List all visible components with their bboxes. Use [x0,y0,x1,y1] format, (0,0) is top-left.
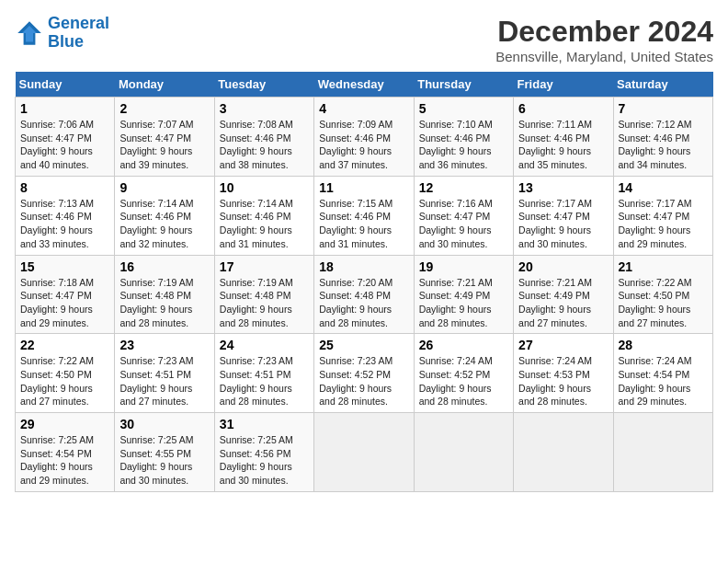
logo-line1: General [48,14,109,32]
calendar-row: 22Sunrise: 7:22 AMSunset: 4:50 PMDayligh… [16,334,713,413]
day-info: Sunrise: 7:19 AMSunset: 4:48 PMDaylight:… [119,276,209,330]
day-info: Sunrise: 7:17 AMSunset: 4:47 PMDaylight:… [619,197,708,251]
calendar-cell: 12Sunrise: 7:16 AMSunset: 4:47 PMDayligh… [414,176,513,255]
weekday-header-saturday: Saturday [613,72,712,98]
calendar-row: 1Sunrise: 7:06 AMSunset: 4:47 PMDaylight… [16,98,713,177]
calendar-cell: 7Sunrise: 7:12 AMSunset: 4:46 PMDaylight… [613,98,712,177]
calendar-cell: 13Sunrise: 7:17 AMSunset: 4:47 PMDayligh… [514,176,613,255]
calendar-cell: 3Sunrise: 7:08 AMSunset: 4:46 PMDaylight… [214,98,313,177]
day-number: 11 [319,180,408,195]
day-number: 24 [220,338,309,352]
day-number: 16 [119,259,209,274]
calendar-cell [314,413,414,492]
calendar-cell: 27Sunrise: 7:24 AMSunset: 4:53 PMDayligh… [514,334,613,413]
day-number: 30 [119,417,209,431]
day-info: Sunrise: 7:15 AMSunset: 4:46 PMDaylight:… [319,197,408,251]
day-info: Sunrise: 7:24 AMSunset: 4:53 PMDaylight:… [518,354,608,408]
day-number: 3 [220,101,309,116]
calendar-cell: 30Sunrise: 7:25 AMSunset: 4:55 PMDayligh… [115,413,214,492]
day-number: 7 [619,101,708,116]
day-info: Sunrise: 7:23 AMSunset: 4:52 PMDaylight:… [319,354,408,408]
day-number: 6 [518,101,608,116]
day-number: 28 [619,338,708,352]
calendar-cell: 8Sunrise: 7:13 AMSunset: 4:46 PMDaylight… [16,176,115,255]
calendar-cell: 22Sunrise: 7:22 AMSunset: 4:50 PMDayligh… [16,334,115,413]
day-info: Sunrise: 7:17 AMSunset: 4:47 PMDaylight:… [518,197,608,251]
calendar-cell: 23Sunrise: 7:23 AMSunset: 4:51 PMDayligh… [115,334,214,413]
day-info: Sunrise: 7:18 AMSunset: 4:47 PMDaylight:… [20,276,109,330]
day-number: 13 [518,180,608,195]
weekday-header-sunday: Sunday [16,72,115,98]
calendar-cell: 17Sunrise: 7:19 AMSunset: 4:48 PMDayligh… [214,255,313,334]
main-title: December 2024 [495,15,713,49]
calendar-cell: 21Sunrise: 7:22 AMSunset: 4:50 PMDayligh… [613,255,712,334]
day-number: 29 [20,417,109,431]
day-info: Sunrise: 7:21 AMSunset: 4:49 PMDaylight:… [518,276,608,330]
calendar-cell: 24Sunrise: 7:23 AMSunset: 4:51 PMDayligh… [214,334,313,413]
calendar-cell: 15Sunrise: 7:18 AMSunset: 4:47 PMDayligh… [16,255,115,334]
calendar-cell: 31Sunrise: 7:25 AMSunset: 4:56 PMDayligh… [214,413,313,492]
calendar-cell: 6Sunrise: 7:11 AMSunset: 4:46 PMDaylight… [514,98,613,177]
day-number: 10 [220,180,309,195]
calendar-cell: 9Sunrise: 7:14 AMSunset: 4:46 PMDaylight… [115,176,214,255]
day-number: 25 [319,338,408,352]
calendar-cell: 26Sunrise: 7:24 AMSunset: 4:52 PMDayligh… [414,334,513,413]
logo-line2: Blue [48,32,84,51]
page-header: General Blue December 2024 Bennsville, M… [15,15,713,64]
day-number: 9 [119,180,209,195]
day-number: 20 [518,259,608,274]
day-number: 4 [319,101,408,116]
logo-icon [15,18,44,48]
calendar-cell: 16Sunrise: 7:19 AMSunset: 4:48 PMDayligh… [115,255,214,334]
calendar-cell [514,413,613,492]
day-info: Sunrise: 7:22 AMSunset: 4:50 PMDaylight:… [619,276,708,330]
calendar-cell: 19Sunrise: 7:21 AMSunset: 4:49 PMDayligh… [414,255,513,334]
calendar-cell: 14Sunrise: 7:17 AMSunset: 4:47 PMDayligh… [613,176,712,255]
calendar-cell: 10Sunrise: 7:14 AMSunset: 4:46 PMDayligh… [214,176,313,255]
logo: General Blue [15,15,109,52]
day-number: 23 [119,338,209,352]
subtitle: Bennsville, Maryland, United States [495,49,713,64]
calendar-row: 8Sunrise: 7:13 AMSunset: 4:46 PMDaylight… [16,176,713,255]
day-number: 12 [419,180,508,195]
logo-text: General Blue [48,15,109,52]
calendar-cell: 20Sunrise: 7:21 AMSunset: 4:49 PMDayligh… [514,255,613,334]
day-number: 18 [319,259,408,274]
day-info: Sunrise: 7:06 AMSunset: 4:47 PMDaylight:… [20,118,109,172]
calendar-cell [414,413,513,492]
day-number: 22 [20,338,109,352]
calendar-cell: 29Sunrise: 7:25 AMSunset: 4:54 PMDayligh… [16,413,115,492]
day-number: 19 [419,259,508,274]
day-info: Sunrise: 7:13 AMSunset: 4:46 PMDaylight:… [20,197,109,251]
day-number: 27 [518,338,608,352]
day-number: 5 [419,101,508,116]
day-info: Sunrise: 7:20 AMSunset: 4:48 PMDaylight:… [319,276,408,330]
day-info: Sunrise: 7:09 AMSunset: 4:46 PMDaylight:… [319,118,408,172]
calendar-cell: 2Sunrise: 7:07 AMSunset: 4:47 PMDaylight… [115,98,214,177]
day-number: 31 [220,417,309,431]
calendar-cell: 4Sunrise: 7:09 AMSunset: 4:46 PMDaylight… [314,98,414,177]
weekday-header-wednesday: Wednesday [314,72,414,98]
day-info: Sunrise: 7:25 AMSunset: 4:54 PMDaylight:… [20,433,109,488]
day-info: Sunrise: 7:10 AMSunset: 4:46 PMDaylight:… [419,118,508,172]
day-info: Sunrise: 7:24 AMSunset: 4:52 PMDaylight:… [419,354,508,408]
day-number: 17 [220,259,309,274]
day-info: Sunrise: 7:23 AMSunset: 4:51 PMDaylight:… [220,354,309,408]
calendar-cell: 18Sunrise: 7:20 AMSunset: 4:48 PMDayligh… [314,255,414,334]
day-info: Sunrise: 7:14 AMSunset: 4:46 PMDaylight:… [119,197,209,251]
calendar-cell [613,413,712,492]
weekday-header-thursday: Thursday [414,72,513,98]
calendar-row: 15Sunrise: 7:18 AMSunset: 4:47 PMDayligh… [16,255,713,334]
day-number: 2 [119,101,209,116]
day-info: Sunrise: 7:21 AMSunset: 4:49 PMDaylight:… [419,276,508,330]
day-info: Sunrise: 7:23 AMSunset: 4:51 PMDaylight:… [119,354,209,408]
day-info: Sunrise: 7:24 AMSunset: 4:54 PMDaylight:… [619,354,708,408]
calendar-cell: 11Sunrise: 7:15 AMSunset: 4:46 PMDayligh… [314,176,414,255]
day-info: Sunrise: 7:07 AMSunset: 4:47 PMDaylight:… [119,118,209,172]
day-info: Sunrise: 7:16 AMSunset: 4:47 PMDaylight:… [419,197,508,251]
day-info: Sunrise: 7:08 AMSunset: 4:46 PMDaylight:… [220,118,309,172]
calendar-table: SundayMondayTuesdayWednesdayThursdayFrid… [15,72,713,492]
day-info: Sunrise: 7:12 AMSunset: 4:46 PMDaylight:… [619,118,708,172]
weekday-header-friday: Friday [514,72,613,98]
calendar-cell: 28Sunrise: 7:24 AMSunset: 4:54 PMDayligh… [613,334,712,413]
